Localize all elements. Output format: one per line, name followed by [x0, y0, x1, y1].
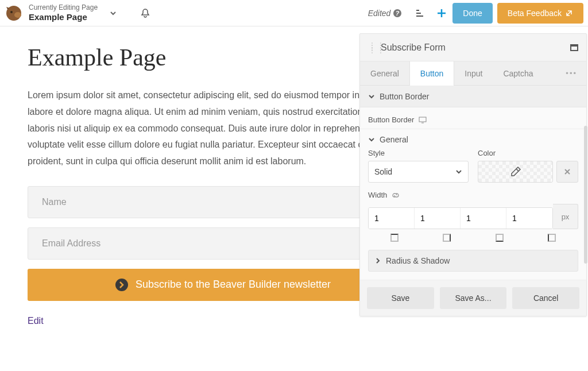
svg-point-5	[115, 279, 128, 291]
width-top-input[interactable]	[369, 208, 415, 229]
settings-panel: ⋮⋮⋮⋮⋮⋮ Subscribe Form General Button Inp…	[359, 33, 587, 316]
edited-label: Edited	[368, 9, 391, 18]
add-module-button[interactable]	[434, 6, 449, 21]
app-logo	[5, 4, 23, 22]
panel-scrollbar[interactable]	[584, 126, 587, 264]
maximize-icon[interactable]	[570, 44, 578, 51]
svg-point-1	[10, 11, 13, 13]
tab-more-icon[interactable]: •••	[556, 69, 586, 78]
chevron-down-icon	[368, 93, 375, 100]
chevron-right-icon	[374, 257, 381, 264]
responsive-icon[interactable]	[419, 117, 427, 123]
section-radius-shadow[interactable]: Radius & Shadow	[368, 250, 578, 272]
chevron-down-icon	[455, 168, 462, 175]
color-label: Color	[478, 149, 578, 157]
done-button[interactable]: Done	[452, 3, 492, 24]
page-name: Example Page	[29, 12, 98, 22]
panel-title: Subscribe Form	[381, 42, 570, 53]
clear-color-button[interactable]	[556, 161, 578, 183]
help-icon: ?	[393, 9, 402, 18]
svg-point-2	[14, 12, 21, 18]
cancel-button[interactable]: Cancel	[512, 287, 579, 309]
tab-captcha[interactable]: Captcha	[493, 61, 543, 86]
panel-body: Button Border General Style Solid Color	[360, 107, 586, 280]
style-label: Style	[368, 149, 469, 157]
edit-link[interactable]: Edit	[28, 316, 560, 326]
inner-section-general[interactable]: General	[368, 129, 578, 149]
panel-tabs: General Button Input Captcha •••	[360, 61, 586, 86]
width-left-input[interactable]	[506, 208, 552, 229]
width-label: Width	[368, 191, 387, 199]
save-as-button[interactable]: Save As...	[440, 287, 507, 309]
save-button[interactable]: Save	[367, 287, 434, 309]
section-button-border[interactable]: Button Border	[360, 86, 586, 107]
field-button-border-label: Button Border	[368, 115, 578, 124]
width-right-input[interactable]	[415, 208, 461, 229]
width-label-row: Width	[368, 191, 578, 199]
outline-icon[interactable]	[412, 6, 427, 21]
editing-label: Currently Editing Page	[29, 3, 98, 11]
width-side-indicators	[368, 234, 578, 242]
chevron-down-icon	[368, 136, 375, 143]
beta-feedback-button[interactable]: Beta Feedback	[497, 3, 583, 24]
page-dropdown[interactable]	[109, 9, 117, 17]
tab-input[interactable]: Input	[454, 61, 493, 86]
page-title-block: Currently Editing Page Example Page	[29, 3, 98, 22]
panel-header[interactable]: ⋮⋮⋮⋮⋮⋮ Subscribe Form	[360, 34, 586, 61]
edited-status[interactable]: Edited ?	[368, 9, 403, 18]
tab-general[interactable]: General	[360, 61, 409, 86]
eyedropper-icon	[510, 166, 521, 177]
border-top-icon	[390, 234, 399, 242]
drag-handle-icon[interactable]: ⋮⋮⋮⋮⋮⋮	[368, 44, 375, 51]
link-icon[interactable]	[392, 191, 400, 199]
tab-button[interactable]: Button	[409, 61, 454, 86]
notifications-icon[interactable]	[140, 8, 150, 18]
border-right-icon	[443, 234, 451, 242]
top-bar: Currently Editing Page Example Page Edit…	[0, 0, 588, 26]
border-left-icon	[548, 234, 556, 242]
style-select[interactable]: Solid	[368, 161, 469, 183]
svg-text:?: ?	[396, 10, 400, 17]
width-unit[interactable]: px	[553, 204, 578, 229]
color-picker[interactable]	[478, 161, 553, 183]
close-icon	[563, 168, 571, 176]
svg-rect-6	[419, 117, 426, 122]
width-bottom-input[interactable]	[461, 208, 506, 229]
panel-footer: Save Save As... Cancel	[360, 280, 586, 316]
external-link-icon	[565, 9, 573, 17]
border-bottom-icon	[496, 234, 504, 242]
arrow-right-circle-icon	[115, 278, 129, 292]
